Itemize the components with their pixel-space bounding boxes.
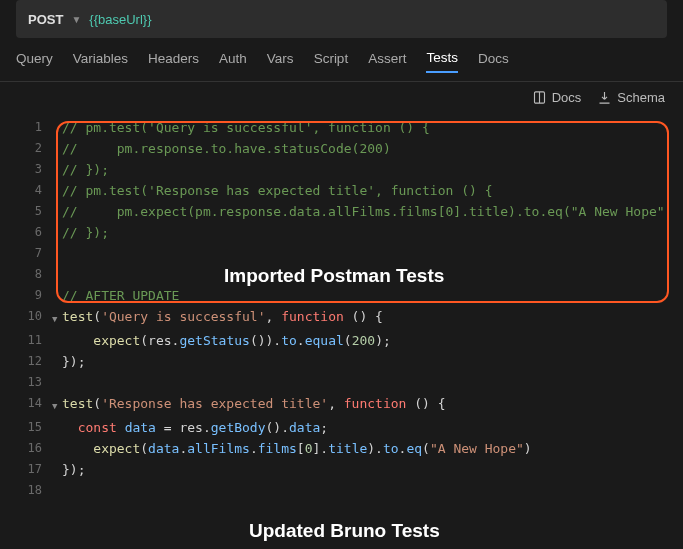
tab-tests[interactable]: Tests	[426, 50, 458, 73]
fold-indicator-icon	[52, 351, 62, 372]
code-content[interactable]: // pm.response.to.have.statusCode(200)	[62, 138, 669, 159]
line-number: 4	[14, 180, 52, 201]
fold-indicator-icon	[52, 117, 62, 138]
code-line: 1// pm.test('Query is successful', funct…	[14, 117, 669, 138]
method-dropdown-icon[interactable]: ▼	[71, 14, 81, 25]
code-line: 7	[14, 243, 669, 264]
code-content[interactable]: test('Query is successful', function () …	[62, 306, 669, 330]
line-number: 5	[14, 201, 52, 222]
tab-docs[interactable]: Docs	[478, 51, 509, 72]
code-content[interactable]: const data = res.getBody().data;	[62, 417, 669, 438]
code-line: 12});	[14, 351, 669, 372]
tab-assert[interactable]: Assert	[368, 51, 406, 72]
book-icon	[532, 90, 547, 105]
schema-button[interactable]: Schema	[597, 90, 665, 105]
fold-indicator-icon	[52, 459, 62, 480]
line-number: 2	[14, 138, 52, 159]
code-line: 3// });	[14, 159, 669, 180]
code-content[interactable]	[62, 372, 669, 393]
annotation-updated: Updated Bruno Tests	[249, 520, 440, 542]
line-number: 1	[14, 117, 52, 138]
code-line: 18	[14, 480, 669, 501]
code-content[interactable]: });	[62, 351, 669, 372]
request-tabs: QueryVariablesHeadersAuthVarsScriptAsser…	[0, 38, 683, 82]
annotation-imported: Imported Postman Tests	[224, 265, 444, 287]
docs-button[interactable]: Docs	[532, 90, 582, 105]
fold-indicator-icon[interactable]: ▼	[52, 306, 62, 330]
line-number: 11	[14, 330, 52, 351]
code-line: 6// });	[14, 222, 669, 243]
code-content[interactable]: // pm.test('Response has expected title'…	[62, 180, 669, 201]
line-number: 3	[14, 159, 52, 180]
line-number: 15	[14, 417, 52, 438]
code-line: 5// pm.expect(pm.response.data.allFilms.…	[14, 201, 669, 222]
download-icon	[597, 90, 612, 105]
fold-indicator-icon	[52, 138, 62, 159]
url-input[interactable]: {{baseUrl}}	[89, 12, 151, 27]
line-number: 17	[14, 459, 52, 480]
line-number: 10	[14, 306, 52, 330]
tab-headers[interactable]: Headers	[148, 51, 199, 72]
code-line: 16 expect(data.allFilms.films[0].title).…	[14, 438, 669, 459]
fold-indicator-icon	[52, 417, 62, 438]
line-number: 12	[14, 351, 52, 372]
fold-indicator-icon	[52, 264, 62, 285]
fold-indicator-icon	[52, 201, 62, 222]
code-line: 2// pm.response.to.have.statusCode(200)	[14, 138, 669, 159]
line-number: 7	[14, 243, 52, 264]
code-line: 4// pm.test('Response has expected title…	[14, 180, 669, 201]
fold-indicator-icon	[52, 180, 62, 201]
code-content[interactable]: expect(res.getStatus()).to.equal(200);	[62, 330, 669, 351]
line-number: 13	[14, 372, 52, 393]
fold-indicator-icon	[52, 285, 62, 306]
schema-label: Schema	[617, 90, 665, 105]
line-number: 9	[14, 285, 52, 306]
tab-script[interactable]: Script	[314, 51, 349, 72]
tab-vars[interactable]: Vars	[267, 51, 294, 72]
code-content[interactable]: // pm.test('Query is successful', functi…	[62, 117, 669, 138]
request-bar: POST ▼ {{baseUrl}}	[16, 0, 667, 38]
code-editor[interactable]: Imported Postman Tests Updated Bruno Tes…	[14, 117, 669, 501]
tab-auth[interactable]: Auth	[219, 51, 247, 72]
code-content[interactable]	[62, 243, 669, 264]
code-content[interactable]: test('Response has expected title', func…	[62, 393, 669, 417]
line-number: 18	[14, 480, 52, 501]
line-number: 6	[14, 222, 52, 243]
code-content[interactable]: // });	[62, 222, 669, 243]
http-method[interactable]: POST	[28, 12, 63, 27]
fold-indicator-icon	[52, 438, 62, 459]
code-content[interactable]: // AFTER UPDATE	[62, 285, 669, 306]
code-content[interactable]: expect(data.allFilms.films[0].title).to.…	[62, 438, 669, 459]
fold-indicator-icon[interactable]: ▼	[52, 393, 62, 417]
code-line: 14▼test('Response has expected title', f…	[14, 393, 669, 417]
docs-label: Docs	[552, 90, 582, 105]
tab-query[interactable]: Query	[16, 51, 53, 72]
fold-indicator-icon	[52, 480, 62, 501]
code-line: 9// AFTER UPDATE	[14, 285, 669, 306]
code-line: 11 expect(res.getStatus()).to.equal(200)…	[14, 330, 669, 351]
fold-indicator-icon	[52, 222, 62, 243]
fold-indicator-icon	[52, 243, 62, 264]
code-line: 15 const data = res.getBody().data;	[14, 417, 669, 438]
fold-indicator-icon	[52, 372, 62, 393]
line-number: 16	[14, 438, 52, 459]
code-content[interactable]: // });	[62, 159, 669, 180]
tab-variables[interactable]: Variables	[73, 51, 128, 72]
line-number: 8	[14, 264, 52, 285]
code-content[interactable]: // pm.expect(pm.response.data.allFilms.f…	[62, 201, 669, 222]
code-line: 17});	[14, 459, 669, 480]
code-line: 10▼test('Query is successful', function …	[14, 306, 669, 330]
code-content[interactable]: });	[62, 459, 669, 480]
editor-toolbar: Docs Schema	[0, 82, 683, 113]
line-number: 14	[14, 393, 52, 417]
code-content[interactable]	[62, 480, 669, 501]
fold-indicator-icon	[52, 159, 62, 180]
code-line: 13	[14, 372, 669, 393]
fold-indicator-icon	[52, 330, 62, 351]
